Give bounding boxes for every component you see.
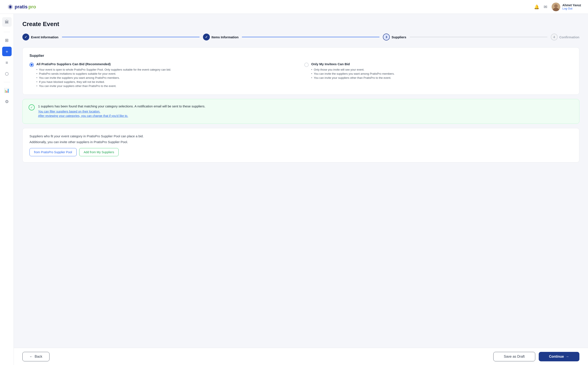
step-items-information: ✓ Items Information [203, 34, 239, 41]
bullet-all-2: PratisPro sends invitations to suppliers… [36, 72, 171, 75]
pool-buttons: from PratisPro Supplier Pool Add from My… [29, 148, 572, 156]
radio-bullets-invitees: Only those you invite will see your even… [311, 68, 394, 79]
radio-btn-invitees[interactable] [304, 63, 309, 67]
user-menu: Ahmet Yavuz Log Out [552, 3, 581, 11]
save-draft-button[interactable]: Save as Draft [493, 352, 535, 361]
user-name: Ahmet Yavuz [562, 3, 581, 7]
info-check-icon: ✓ [29, 104, 35, 110]
step-label-4: Confirmation [559, 35, 579, 39]
info-link-filter[interactable]: You can filter suppliers based on their … [38, 110, 205, 113]
logo-icon [7, 3, 14, 10]
radio-label-all: All PratisPro Suppliers Can Bid (Recomme… [36, 62, 171, 66]
info-box: ✓ 1 suppliers has been found that matchi… [22, 99, 579, 124]
info-link-categories[interactable]: After reviewing your categories, you can… [38, 114, 205, 118]
header: pratispro 🔔 ✉ Ahmet Yavuz Log Out [0, 0, 588, 14]
bullet-inv-1: Only those you invite will see your even… [311, 68, 394, 71]
continue-button[interactable]: Continue → [539, 352, 579, 361]
radio-bullets-all: Your event is open to whole PratisPro Su… [36, 68, 171, 88]
step-label-3: Suppliers [392, 35, 406, 39]
step-event-information: ✓ Event Information [22, 34, 59, 41]
pool-text-1: Suppliers who fit your event category in… [29, 134, 572, 138]
bell-icon[interactable]: 🔔 [534, 4, 539, 9]
radio-option-invitees-content: Only My Invitees Can Bid Only those you … [311, 62, 394, 88]
add-from-my-suppliers-button[interactable]: Add from My Suppliers [79, 148, 119, 156]
bullet-all-5: You can invite your suppliers other than… [36, 84, 171, 88]
pool-text-2: Additionally, you can invite other suppl… [29, 140, 572, 144]
sidebar-item-create[interactable]: ＋ [2, 47, 12, 56]
radio-option-all-suppliers[interactable]: All PratisPro Suppliers Can Bid (Recomme… [29, 62, 297, 88]
bottom-bar: ← Back Save as Draft Continue → [14, 348, 588, 365]
radio-btn-all[interactable] [29, 63, 34, 67]
sidebar-item-settings[interactable]: ⚙ [2, 97, 12, 106]
supplier-card-title: Supplier [29, 54, 572, 58]
from-pratispro-pool-button[interactable]: from PratisPro Supplier Pool [29, 148, 77, 156]
pool-section-card: Suppliers who fit your event category in… [22, 128, 579, 162]
sidebar-divider-2 [4, 82, 10, 82]
sidebar-divider-1 [4, 32, 10, 32]
supplier-card: Supplier All PratisPro Suppliers Can Bid… [22, 47, 579, 95]
radio-label-invitees: Only My Invitees Can Bid [311, 62, 394, 66]
back-arrow-icon: ← [29, 355, 33, 358]
logo-pro-text: pro [28, 4, 36, 10]
step-circle-1: ✓ [22, 34, 29, 41]
sidebar-item-list[interactable]: ≡ [2, 58, 12, 67]
continue-label: Continue [549, 355, 564, 358]
step-label-1: Event Information [31, 35, 59, 39]
bullet-all-3: You can invite the suppliers you want am… [36, 76, 171, 79]
step-label-2: Items Information [211, 35, 239, 39]
info-content: 1 suppliers has been found that matching… [38, 104, 205, 118]
bullet-inv-2: You can invite the suppliers you want am… [311, 72, 394, 75]
step-line-2 [242, 37, 379, 37]
info-message: 1 suppliers has been found that matching… [38, 104, 205, 108]
sidebar-item-cube[interactable]: ⬡ [2, 69, 12, 78]
bullet-all-4: If you have blocked suppliers, they will… [36, 80, 171, 84]
page-title: Create Event [22, 21, 579, 28]
step-circle-4: 4 [551, 34, 558, 41]
sidebar-item-grid[interactable]: ⊞ [2, 35, 12, 45]
step-line-3 [410, 37, 547, 37]
logo: pratispro [7, 3, 36, 10]
sidebar-item-building[interactable]: 🏛 [2, 17, 12, 27]
step-circle-3: 3 [383, 34, 390, 41]
step-suppliers: 3 Suppliers [383, 34, 406, 41]
main-content: Create Event ✓ Event Information ✓ Items… [14, 14, 588, 365]
step-circle-2: ✓ [203, 34, 210, 41]
bottom-right-buttons: Save as Draft Continue → [493, 352, 579, 361]
step-line-1 [62, 37, 200, 37]
mail-icon[interactable]: ✉ [544, 4, 547, 9]
avatar [552, 3, 560, 11]
logo-pratis-text: pratis [15, 4, 28, 10]
header-right: 🔔 ✉ Ahmet Yavuz Log Out [534, 3, 581, 11]
back-label: Back [35, 355, 42, 358]
radio-option-invitees[interactable]: Only My Invitees Can Bid Only those you … [304, 62, 572, 88]
sidebar-item-chart[interactable]: 📊 [2, 86, 12, 95]
bullet-all-1: Your event is open to whole PratisPro Su… [36, 68, 171, 71]
sidebar: 🏛 ⊞ ＋ ≡ ⬡ 📊 ⚙ [0, 14, 14, 365]
back-button[interactable]: ← Back [22, 352, 49, 361]
radio-options: All PratisPro Suppliers Can Bid (Recomme… [29, 62, 572, 88]
radio-option-all-content: All PratisPro Suppliers Can Bid (Recomme… [36, 62, 171, 88]
step-confirmation: 4 Confirmation [551, 34, 579, 41]
logout-link[interactable]: Log Out [562, 7, 581, 10]
stepper: ✓ Event Information ✓ Items Information … [22, 34, 579, 41]
svg-point-4 [554, 4, 558, 8]
continue-arrow-icon: → [566, 355, 569, 358]
user-info: Ahmet Yavuz Log Out [562, 3, 581, 10]
bullet-inv-3: You can invite your suppliers other than… [311, 76, 394, 79]
